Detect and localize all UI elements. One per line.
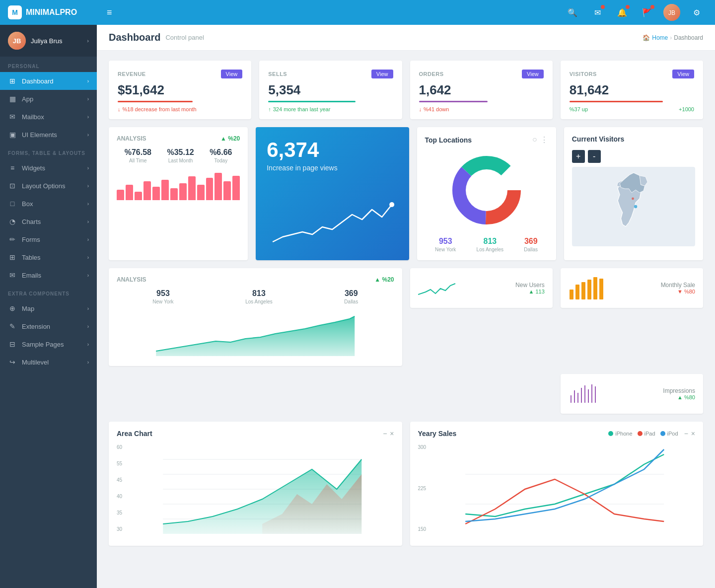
area-chart-card: Area Chart − × 60 55 45 40 35 30	[109, 422, 402, 546]
visitors-label: VISITORS	[570, 71, 597, 77]
yearly-sales-card: Yeary Sales iPhone iPad	[410, 422, 704, 546]
bar	[206, 178, 214, 200]
mail-button[interactable]: ✉	[589, 4, 606, 21]
analysis2-pct: ▲ %20	[374, 276, 394, 283]
hero-label: Increase in page views	[267, 164, 398, 172]
sidebar-item-emails[interactable]: ✉ Emails ›	[0, 266, 97, 284]
stat-value: 953	[152, 289, 173, 298]
new-users-metric: New Users ▲ 113	[410, 268, 553, 308]
ui-icon: ▣	[8, 131, 17, 139]
sidebar-item-app[interactable]: ▦ App ›	[0, 90, 97, 108]
chevron-icon: ›	[87, 114, 89, 120]
bar	[152, 187, 160, 201]
analysis1-stat-2: %6.66 Today	[210, 148, 232, 163]
hamburger-button[interactable]: ≡	[107, 7, 112, 18]
yearly-minimize-button[interactable]: −	[684, 430, 688, 438]
zoom-in-button[interactable]: +	[572, 150, 585, 163]
legend-ipod: iPod	[660, 431, 678, 437]
search-button[interactable]: 🔍	[564, 4, 581, 21]
sidebar-item-sample-pages[interactable]: ⊟ Sample Pages ›	[0, 335, 97, 353]
monthly-sale-info: Monthly Sale ▼ %80	[661, 282, 695, 294]
analysis2-stat-1: 813 Los Angeles	[245, 289, 273, 304]
content-area: REVENUE View $51,642 ↓ %18 decrease from…	[97, 51, 715, 588]
revenue-trend: ↓ %18 decrease from last month	[118, 106, 242, 112]
stat-value: %35.12	[167, 148, 194, 157]
stats-row: REVENUE View $51,642 ↓ %18 decrease from…	[109, 61, 703, 119]
breadcrumb-home[interactable]: Home	[652, 34, 668, 41]
sidebar-item-tables[interactable]: ⊞ Tables ›	[0, 248, 97, 266]
sidebar-item-forms[interactable]: ✏ Forms ›	[0, 230, 97, 248]
sidebar-item-label: App	[22, 95, 33, 103]
orders-bar	[419, 101, 488, 102]
settings-button[interactable]: ⚙	[688, 4, 705, 21]
sidebar-item-charts[interactable]: ◔ Charts ›	[0, 213, 97, 230]
stat-label: New York	[152, 299, 173, 304]
sidebar-item-ui-elements[interactable]: ▣ UI Elements ›	[0, 126, 97, 144]
sidebar-item-widgets[interactable]: ≡ Widgets ›	[0, 159, 97, 177]
monthly-sale-label: Monthly Sale	[661, 282, 695, 289]
locations-stats: 953 New York 813 Los Angeles 369 Dallas	[425, 237, 548, 252]
orders-value: 1,642	[419, 82, 544, 98]
sidebar-item-layout[interactable]: ⊡ Layout Options ›	[0, 177, 97, 195]
svg-text:JB: JB	[13, 37, 21, 45]
sells-label: SELLS	[268, 71, 287, 77]
chevron-icon: ›	[87, 306, 89, 311]
sidebar: M MINIMALPRO JB Juliya Brus › PERSONAL ⊞…	[0, 0, 97, 588]
visitors-title: Current Visitors	[572, 135, 695, 143]
chevron-icon: ›	[87, 324, 89, 329]
gear-icon: ⚙	[693, 8, 700, 17]
area-minimize-button[interactable]: −	[383, 430, 387, 438]
revenue-view-button[interactable]: View	[221, 70, 243, 78]
mail-icon: ✉	[8, 113, 17, 121]
orders-view-button[interactable]: View	[522, 70, 544, 78]
sidebar-item-map[interactable]: ⊕ Map ›	[0, 299, 97, 317]
user-avatar[interactable]: JB	[663, 4, 680, 21]
sidebar-item-dashboard[interactable]: ⊞ Dashboard ›	[0, 72, 97, 90]
svg-point-4	[389, 202, 394, 207]
analysis1-stat-1: %35.12 Last Month	[167, 148, 194, 163]
sidebar-item-label: Sample Pages	[22, 341, 64, 348]
svg-rect-11	[570, 290, 573, 299]
dallas-value: 369	[524, 237, 538, 246]
tables-icon: ⊞	[8, 253, 17, 261]
main-area: ≡ 🔍 ✉ 🔔 🚩 JB ⚙ Dashboard Control panel	[97, 0, 715, 588]
mail-badge	[601, 5, 605, 9]
flag-button[interactable]: 🚩	[639, 4, 655, 21]
locations-more-icon[interactable]: ⋮	[540, 135, 548, 145]
charts-icon: ◔	[8, 218, 17, 225]
yearly-close-button[interactable]: ×	[691, 430, 695, 438]
analysis2-stat-0: 953 New York	[152, 289, 173, 304]
bell-button[interactable]: 🔔	[614, 4, 631, 21]
sidebar-item-box[interactable]: □ Box ›	[0, 195, 97, 213]
sidebar-item-label: Map	[22, 305, 34, 312]
svg-rect-13	[581, 282, 585, 299]
analysis1-bar-chart	[117, 170, 240, 200]
impressions-info: Impressions ▲ %80	[663, 387, 695, 400]
location-ny: 953 New York	[435, 237, 456, 252]
orders-card: ORDERS View 1,642 ↓ %41 down	[410, 61, 553, 119]
sells-view-button[interactable]: View	[371, 70, 393, 78]
bar	[117, 190, 124, 200]
impressions-sparkline	[569, 380, 663, 407]
ny-value: 953	[435, 237, 456, 246]
sidebar-item-mailbox[interactable]: ✉ Mailbox ›	[0, 108, 97, 126]
dashboard-icon: ⊞	[8, 77, 17, 85]
zoom-out-button[interactable]: -	[588, 150, 601, 163]
area-y-axis: 60 55 45 40 35 30	[117, 444, 127, 534]
impressions-metric: Impressions ▲ %80	[561, 374, 703, 414]
bell-icon: 🔔	[617, 8, 627, 17]
sidebar-item-label: Emails	[22, 272, 41, 279]
visitors-view-button[interactable]: View	[672, 70, 694, 78]
trend-arrow-down-icon: ↓	[419, 106, 422, 112]
chevron-icon: ›	[87, 183, 89, 189]
sidebar-user[interactable]: JB Juliya Brus ›	[0, 25, 97, 57]
locations-menu-icon[interactable]: ○	[532, 135, 537, 145]
area-close-button[interactable]: ×	[390, 430, 394, 438]
forms-icon: ✏	[8, 235, 17, 243]
sidebar-item-multilevel[interactable]: ↪ Multilevel ›	[0, 353, 97, 371]
sidebar-item-extension[interactable]: ✎ Extension ›	[0, 317, 97, 335]
stat-value: %76.58	[125, 148, 151, 157]
location-la: 813 Los Angeles	[477, 237, 504, 252]
box-icon: □	[8, 200, 17, 208]
section-label-personal: PERSONAL	[0, 57, 97, 72]
